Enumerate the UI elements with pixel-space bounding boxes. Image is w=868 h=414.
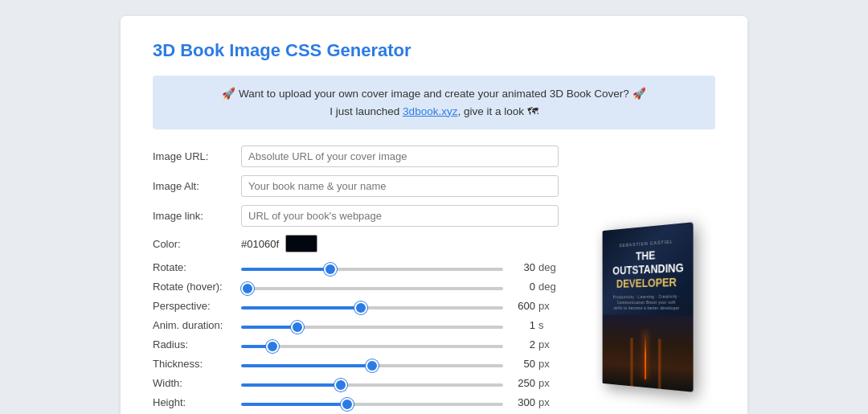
book-front-cover: Sebastien Castiel The Outstanding Develo…	[602, 222, 693, 391]
radius-slider[interactable]	[241, 345, 503, 348]
info-line2: I just launched 3dbook.xyz, give it a lo…	[169, 103, 699, 121]
perspective-value: 600	[503, 300, 535, 312]
rotate-hover-unit: deg	[538, 281, 559, 293]
book-title-line2: Developer	[616, 275, 676, 289]
3dbook-link[interactable]: 3dbook.xyz	[403, 105, 457, 117]
image-url-label: Image URL:	[153, 150, 241, 162]
info-line2-prefix: I just launched	[330, 105, 403, 117]
height-row: Height: 300 px	[153, 396, 559, 408]
image-url-row: Image URL:	[153, 146, 559, 167]
info-line2-suffix: , give it a look 🗺	[457, 105, 538, 117]
rotate-unit: deg	[538, 261, 559, 273]
anim-duration-value: 1	[503, 319, 535, 331]
main-container: 3D Book Image CSS Generator 🚀 Want to up…	[121, 16, 747, 414]
book-preview: Sebastien Castiel The Outstanding Develo…	[575, 146, 715, 414]
book-3d: Sebastien Castiel The Outstanding Develo…	[602, 222, 693, 391]
image-link-label: Image link:	[153, 210, 241, 222]
rotate-slider-wrap	[241, 260, 503, 273]
color-row: Color: #01060f	[153, 235, 559, 252]
anim-duration-row: Anim. duration: 1 s	[153, 318, 559, 331]
width-value: 250	[503, 377, 535, 389]
width-slider-wrap	[241, 376, 503, 389]
height-slider-wrap	[241, 396, 503, 408]
color-value: #01060f	[241, 238, 279, 250]
width-row: Width: 250 px	[153, 376, 559, 389]
image-alt-label: Image Alt:	[153, 180, 241, 192]
radius-slider-wrap	[241, 338, 503, 350]
height-unit: px	[538, 396, 559, 408]
thickness-slider[interactable]	[241, 364, 503, 367]
perspective-slider[interactable]	[241, 306, 503, 309]
book-title-line1: The Outstanding	[612, 248, 683, 277]
radius-value: 2	[503, 338, 535, 350]
radius-label: Radius:	[153, 338, 241, 350]
info-line1: 🚀 Want to upload your own cover image an…	[169, 85, 699, 103]
rotate-hover-value: 0	[503, 281, 535, 293]
anim-duration-unit: s	[538, 319, 559, 331]
thickness-label: Thickness:	[153, 358, 241, 370]
rotate-row: Rotate: 30 deg	[153, 260, 559, 273]
rotate-hover-label: Rotate (hover):	[153, 281, 241, 293]
image-alt-input[interactable]	[241, 175, 559, 197]
width-slider[interactable]	[241, 383, 503, 387]
color-swatch[interactable]	[285, 235, 317, 252]
page-title: 3D Book Image CSS Generator	[153, 40, 715, 61]
color-label: Color:	[153, 238, 241, 250]
thickness-unit: px	[538, 358, 559, 370]
anim-duration-slider[interactable]	[241, 326, 503, 329]
anim-duration-label: Anim. duration:	[153, 319, 241, 331]
perspective-row: Perspective: 600 px	[153, 299, 559, 312]
rotate-value: 30	[503, 261, 535, 273]
height-label: Height:	[153, 396, 241, 408]
perspective-slider-wrap	[241, 299, 503, 312]
anim-duration-slider-wrap	[241, 318, 503, 331]
width-label: Width:	[153, 377, 241, 389]
rotate-hover-row: Rotate (hover): 0 deg	[153, 280, 559, 293]
width-unit: px	[538, 377, 559, 389]
image-link-row: Image link:	[153, 205, 559, 227]
image-link-input[interactable]	[241, 205, 559, 227]
rotate-hover-slider-wrap	[241, 280, 503, 293]
image-url-input[interactable]	[241, 146, 559, 167]
book-author: Sebastien Castiel	[607, 238, 686, 249]
image-alt-row: Image Alt:	[153, 175, 559, 197]
controls-panel: Image URL: Image Alt: Image link: Color:…	[153, 146, 559, 414]
rotate-slider[interactable]	[241, 268, 503, 271]
book-road-visual	[602, 314, 693, 391]
rotate-label: Rotate:	[153, 261, 241, 273]
thickness-value: 50	[503, 358, 535, 370]
road-lines	[645, 331, 646, 379]
perspective-unit: px	[538, 300, 559, 312]
radius-unit: px	[538, 338, 559, 350]
thickness-slider-wrap	[241, 357, 503, 370]
height-value: 300	[503, 396, 535, 408]
book-image: Sebastien Castiel The Outstanding Develo…	[583, 219, 707, 396]
main-content: Image URL: Image Alt: Image link: Color:…	[153, 146, 715, 414]
book-subtitle: Productivity · Learning · Creativity · C…	[607, 293, 686, 311]
height-slider[interactable]	[241, 403, 503, 406]
rotate-hover-slider[interactable]	[241, 287, 503, 290]
perspective-label: Perspective:	[153, 300, 241, 312]
thickness-row: Thickness: 50 px	[153, 357, 559, 370]
radius-row: Radius: 2 px	[153, 338, 559, 350]
book-title: The Outstanding Developer	[607, 246, 686, 290]
info-banner: 🚀 Want to upload your own cover image an…	[153, 76, 715, 129]
